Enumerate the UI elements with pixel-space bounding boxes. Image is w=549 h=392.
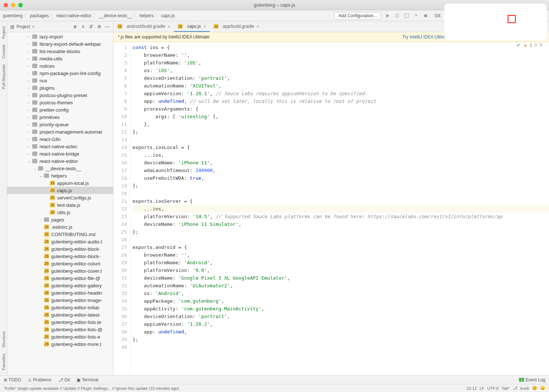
js-file-icon: JS xyxy=(50,180,55,186)
add-configuration-button[interactable]: Add Configuration... xyxy=(334,12,381,19)
tool-git[interactable]: ⎇ Git xyxy=(58,377,70,382)
locate-icon[interactable]: ⊕ xyxy=(72,24,78,30)
gear-icon[interactable]: ⚙ xyxy=(96,24,102,30)
profile-icon[interactable] xyxy=(413,13,419,19)
tree-item[interactable]: ›list-reusable-blocks xyxy=(7,48,113,55)
tree-item[interactable]: ›react-native-bridge xyxy=(7,150,113,157)
tree-item[interactable]: JScaps.js xyxy=(7,187,113,194)
collapse-icon[interactable]: ⇵ xyxy=(88,24,94,30)
tree-item[interactable]: JSgutenberg-editor-cover.t xyxy=(7,267,113,275)
tree-item[interactable]: JSgutenberg-editor-more.t xyxy=(7,340,113,348)
expand-icon[interactable]: ≡ xyxy=(80,24,86,30)
tree-item[interactable]: ›priority-queue xyxy=(7,121,113,128)
tree-item[interactable]: ›library-export-default-webpac xyxy=(7,40,113,48)
tree-item[interactable]: JSgutenberg-editor-colum xyxy=(7,260,113,267)
folder-icon xyxy=(32,56,37,61)
banner-try[interactable]: Try IntelliJ IDEA Ultimate xyxy=(402,34,451,40)
tree-item[interactable]: JSCONTRIBUTING.md xyxy=(7,231,113,238)
tree-item[interactable]: JSgutenberg-editor-gallery xyxy=(7,282,113,289)
tree-item[interactable]: ›react-native-aztec xyxy=(7,143,113,150)
tree-item[interactable]: ›primitives xyxy=(7,113,113,121)
breadcrumb-item[interactable]: caps.js xyxy=(161,13,175,18)
tree-item[interactable]: JSgutenberg-editor-image- xyxy=(7,296,113,304)
tree-item[interactable]: ⌄helpers xyxy=(7,172,113,179)
tree-item[interactable]: ›nux xyxy=(7,77,113,84)
inspection-badge[interactable]: ▲ 1 ᐱ ᐯ xyxy=(516,42,542,48)
tree-item[interactable]: JSgutenberg-editor-block- xyxy=(7,253,113,260)
status-msg[interactable]: "Kotlin" plugin update available // Upda… xyxy=(4,386,179,391)
editor-tab[interactable]: JSandroid/build.gradle✕ xyxy=(113,22,174,32)
tree-item[interactable]: JSgutenberg-editor-initial- xyxy=(7,304,113,311)
minimize-window[interactable] xyxy=(11,3,15,7)
tree-item[interactable]: JSgutenberg-editor-headin xyxy=(7,289,113,296)
hide-icon[interactable]: — xyxy=(104,24,110,30)
tree-item[interactable]: ›lazy-import xyxy=(7,33,113,40)
tree-item[interactable]: JStest-data.js xyxy=(7,201,113,209)
breadcrumb-item[interactable]: packages xyxy=(30,13,49,18)
tree-item[interactable]: JSgutenberg-editor-lists-@ xyxy=(7,326,113,333)
tool-todo[interactable]: ≣ TODO xyxy=(4,377,21,382)
encoding[interactable]: UTF-8 xyxy=(487,386,498,391)
editor-tab[interactable]: JScaps.js✕ xyxy=(174,22,209,32)
tree-item[interactable]: JSgutenberg-editor-block- xyxy=(7,245,113,253)
folder-icon xyxy=(32,34,37,39)
tool-problems[interactable]: ⚠ Problems xyxy=(28,377,52,382)
tree-item[interactable]: JSgutenberg-editor-audio.t xyxy=(7,238,113,245)
tree-item[interactable]: JSserverConfigs.js xyxy=(7,194,113,201)
tree-item[interactable]: ›media-utils xyxy=(7,55,113,62)
breadcrumb-item[interactable]: helpers xyxy=(139,13,154,18)
run-icon[interactable] xyxy=(385,13,391,19)
breadcrumb-item[interactable]: react-native-editor xyxy=(56,13,92,18)
dropdown-icon[interactable]: ▾ xyxy=(32,24,34,29)
tree-item[interactable]: JSappium-local.js xyxy=(7,179,113,187)
line-sep[interactable]: LF xyxy=(479,386,484,391)
tool-pr[interactable]: Pull Requests xyxy=(1,61,6,92)
breadcrumb-item[interactable]: gutenberg xyxy=(3,13,23,18)
tree-item[interactable]: ›plugins xyxy=(7,84,113,92)
tree-item[interactable]: ›react-i18n xyxy=(7,135,113,143)
close-window[interactable] xyxy=(4,3,8,7)
tree-item[interactable]: ›postcss-themes xyxy=(7,99,113,106)
breadcrumb[interactable]: gutenberg〉packages〉react-native-editor〉_… xyxy=(3,12,175,19)
close-tab-icon[interactable]: ✕ xyxy=(256,25,259,29)
breadcrumb-item[interactable]: __device-tests__ xyxy=(99,13,132,18)
tree-item[interactable]: ›prettier-config xyxy=(7,106,113,113)
editor-tab[interactable]: JSapp/build.gradle✕ xyxy=(210,22,263,32)
chevron-down-icon[interactable]: ᐯ xyxy=(539,42,542,48)
code-content[interactable]: const ios = { browserName: '', platformN… xyxy=(130,42,549,375)
chevron-up-icon[interactable]: ᐱ xyxy=(534,42,537,48)
tree-item[interactable]: JSutils.js xyxy=(7,209,113,216)
tree-item[interactable]: ›npm-package-json-lint-config xyxy=(7,70,113,77)
tree-item[interactable]: JSgutenberg-editor-file-@ xyxy=(7,275,113,282)
event-log[interactable]: 1 Event Log xyxy=(519,377,545,382)
code-editor[interactable]: 1234567891011121314151617181920212223242… xyxy=(113,42,549,375)
tree-item[interactable]: ›project-management-automat xyxy=(7,128,113,135)
zoom-window[interactable] xyxy=(18,3,23,7)
tool-project[interactable]: Project xyxy=(1,23,6,42)
tree-item[interactable]: ⌄react-native-editor xyxy=(7,157,113,165)
tool-commit[interactable]: Commit xyxy=(1,42,6,61)
close-tab-icon[interactable]: ✕ xyxy=(167,25,170,29)
tree-item[interactable]: JSgutenberg-editor-lists-e xyxy=(7,333,113,340)
tree-item[interactable]: ›pages xyxy=(7,216,113,223)
tree-item[interactable]: JSgutenberg-editor-lists.te xyxy=(7,318,113,326)
project-tree[interactable]: ›lazy-import›library-export-default-webp… xyxy=(7,32,113,375)
tool-terminal[interactable]: ▣ Terminal xyxy=(76,377,98,382)
coverage-icon[interactable] xyxy=(404,13,410,19)
tree-item[interactable]: ⌄__device-tests__ xyxy=(7,165,113,172)
indent[interactable]: Tab* xyxy=(502,386,510,391)
tool-structure[interactable]: Structure xyxy=(1,328,6,351)
tree-item[interactable]: JS.eslintrc.js xyxy=(7,223,113,231)
close-tab-icon[interactable]: ✕ xyxy=(203,25,206,29)
caret-pos[interactable]: 22:12 xyxy=(467,386,477,391)
git-branch[interactable]: trunk xyxy=(520,386,529,391)
debug-icon[interactable] xyxy=(394,13,400,19)
tree-item[interactable]: JSgutenberg-editor-latest- xyxy=(7,311,113,318)
stop-icon[interactable] xyxy=(423,13,429,19)
tool-favorites[interactable]: Favorites xyxy=(1,351,6,373)
folder-icon xyxy=(32,159,37,163)
face-sad-icon[interactable]: 😞 xyxy=(540,386,545,391)
tree-item[interactable]: ›notices xyxy=(7,62,113,70)
tree-item[interactable]: ›postcss-plugins-preset xyxy=(7,92,113,99)
face-happy-icon[interactable]: 😊 xyxy=(532,386,537,391)
